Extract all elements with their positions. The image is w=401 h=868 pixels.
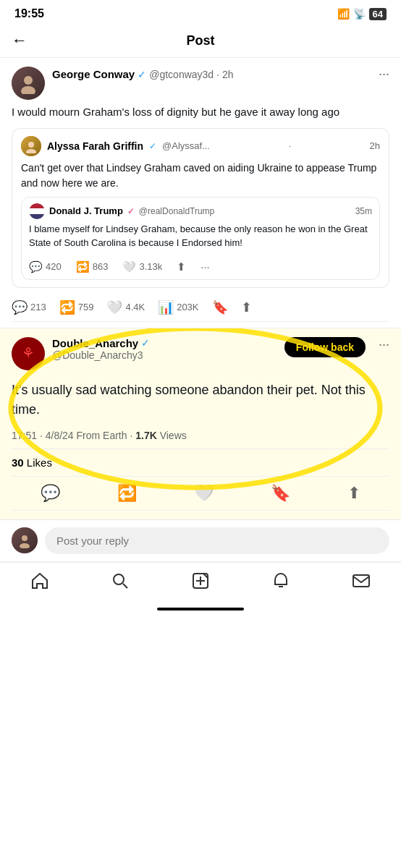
- quoted-time: 2h: [370, 140, 380, 151]
- reply-icon-main: 💬: [12, 299, 28, 315]
- svg-line-10: [123, 584, 127, 588]
- nested-verified-icon: ✓: [127, 206, 135, 216]
- george-conway-post: George Conway ✓ @gtconway3d · 2h ··· I w…: [0, 58, 401, 328]
- nested-more-action[interactable]: ···: [200, 260, 210, 273]
- follow-back-button[interactable]: Follow back: [284, 337, 366, 357]
- home-indicator: [0, 599, 401, 619]
- status-bar: 19:55 📶 📡 64: [0, 0, 401, 24]
- svg-point-3: [26, 149, 36, 153]
- nav-messages-icon[interactable]: [352, 571, 371, 595]
- quoted-author-handle: @Alyssaf...: [162, 140, 210, 151]
- retweet-icon: 🔁: [76, 260, 90, 273]
- like-icon-main: 🤍: [106, 299, 122, 315]
- svg-point-1: [21, 86, 35, 94]
- nested-share-action[interactable]: ⬆: [177, 260, 186, 273]
- retweet-count: 759: [78, 302, 94, 312]
- alyssa-avatar-inner: [21, 136, 41, 156]
- nested-actions-row: 💬 420 🔁 863 🤍 3.13k ⬆ ···: [29, 256, 372, 273]
- post-author-handle: @gtconway3d: [149, 69, 214, 80]
- quoted-text: Can't get over that Lindsey Graham caved…: [21, 161, 380, 191]
- verified-icon: ✓: [138, 69, 146, 80]
- like-bottom-icon[interactable]: 🤍: [194, 484, 214, 503]
- nested-reply-count: 420: [46, 261, 62, 272]
- nested-time: 35m: [355, 206, 372, 216]
- like-icon: 🤍: [122, 260, 136, 273]
- header: ← Post: [0, 24, 401, 58]
- like-action[interactable]: 🤍 4.4K: [106, 299, 145, 315]
- views-count: 203K: [177, 302, 198, 312]
- post-time: 2h: [222, 69, 234, 80]
- reply-bottom-icon[interactable]: 💬: [41, 484, 60, 503]
- double-anarchy-post-text: It's usually sad watching someone abando…: [12, 380, 389, 420]
- svg-point-0: [24, 76, 33, 85]
- post-separator: ·: [216, 69, 219, 80]
- nav-home-icon[interactable]: [30, 571, 49, 595]
- trump-avatar-flag: [29, 203, 45, 219]
- reply-action[interactable]: 💬 213: [12, 299, 46, 315]
- nav-notifications-icon[interactable]: [271, 571, 290, 595]
- retweet-action[interactable]: 🔁 759: [59, 299, 94, 315]
- views-count-reply: 1.7K: [135, 430, 157, 441]
- double-anarchy-handle: @Double_Anarchy3: [52, 349, 277, 361]
- post-timestamp: 17:51 · 4/8/24 From Earth · 1.7K Views: [12, 430, 389, 441]
- svg-point-8: [20, 543, 30, 548]
- reply-user-avatar: [12, 527, 38, 553]
- double-anarchy-post-section: ⚘ Double_Anarchy ✓ @Double_Anarchy3 Foll…: [0, 328, 401, 520]
- battery-icon: 64: [369, 8, 387, 20]
- retweet-icon-main: 🔁: [59, 299, 75, 315]
- nested-reply-action[interactable]: 💬 420: [29, 260, 62, 273]
- avatar[interactable]: [12, 67, 45, 100]
- views-label: Views: [160, 430, 187, 441]
- nested-quoted-trump[interactable]: Donald J. Trump ✓ @realDonaldTrump 35m I…: [21, 197, 380, 280]
- share-icon: ⬆: [177, 260, 186, 273]
- double-anarchy-name: Double_Anarchy: [52, 337, 138, 349]
- share-bottom-icon[interactable]: ⬆: [347, 484, 360, 503]
- nested-retweet-action[interactable]: 🔁 863: [76, 260, 109, 273]
- nested-like-count: 3.13k: [139, 261, 162, 272]
- quoted-tweet-alyssa[interactable]: Alyssa Farah Griffin ✓ @Alyssaf... · 2h …: [12, 128, 389, 288]
- reply-input[interactable]: [45, 527, 389, 554]
- share-action-main[interactable]: ⬆: [241, 299, 252, 315]
- views-icon-main: 📊: [158, 299, 174, 315]
- double-anarchy-meta: Double_Anarchy ✓ @Double_Anarchy3: [52, 337, 277, 361]
- svg-rect-15: [353, 575, 369, 587]
- more-icon: ···: [200, 260, 210, 273]
- double-anarchy-post-header: ⚘ Double_Anarchy ✓ @Double_Anarchy3 Foll…: [12, 337, 389, 370]
- post-text: I would mourn Graham's loss of dignity b…: [12, 104, 389, 121]
- quoted-verified-icon: ✓: [149, 141, 156, 151]
- bookmark-action[interactable]: 🔖: [212, 299, 228, 315]
- svg-text:⚘: ⚘: [22, 345, 35, 361]
- bookmark-bottom-icon[interactable]: 🔖: [271, 484, 290, 503]
- nested-text: I blame myself for Lindsey Graham, becau…: [29, 222, 372, 250]
- share-icon-main: ⬆: [241, 299, 252, 315]
- post-meta: George Conway ✓ @gtconway3d · 2h ···: [52, 67, 389, 82]
- nested-author-name: Donald J. Trump: [49, 205, 123, 216]
- nav-compose-icon[interactable]: [191, 571, 210, 595]
- retweet-bottom-icon[interactable]: 🔁: [117, 484, 137, 503]
- timestamp-text: 17:51 · 4/8/24 From Earth: [12, 430, 127, 441]
- likes-count: 30: [12, 456, 24, 469]
- reply-icon: 💬: [29, 260, 43, 273]
- nav-search-icon[interactable]: [111, 571, 130, 595]
- anarchy-avatar-svg: ⚘: [15, 341, 41, 367]
- views-action[interactable]: 📊 203K: [158, 299, 198, 315]
- quoted-header: Alyssa Farah Griffin ✓ @Alyssaf... · 2h: [21, 136, 380, 156]
- double-anarchy-verified-icon: ✓: [141, 337, 150, 349]
- double-anarchy-avatar[interactable]: ⚘: [12, 337, 45, 370]
- nested-like-action[interactable]: 🤍 3.13k: [122, 260, 162, 273]
- svg-point-9: [114, 574, 124, 584]
- reply-avatar: [12, 527, 38, 553]
- quoted-separator: ·: [288, 140, 291, 151]
- post-header: George Conway ✓ @gtconway3d · 2h ···: [12, 67, 389, 100]
- back-button[interactable]: ←: [12, 31, 28, 50]
- double-anarchy-more-button[interactable]: ···: [379, 337, 389, 352]
- post-more-button[interactable]: ···: [379, 67, 389, 82]
- home-bar: [157, 608, 244, 610]
- nested-retweet-count: 863: [93, 261, 109, 272]
- post-name-row: George Conway ✓ @gtconway3d · 2h ···: [52, 67, 389, 82]
- reply-post-actions: 💬 🔁 🤍 🔖 ⬆: [12, 477, 389, 511]
- reply-count: 213: [30, 302, 46, 312]
- bookmark-icon: 🔖: [212, 299, 228, 315]
- trump-avatar: [29, 203, 45, 219]
- double-anarchy-name-row: Double_Anarchy ✓: [52, 337, 277, 349]
